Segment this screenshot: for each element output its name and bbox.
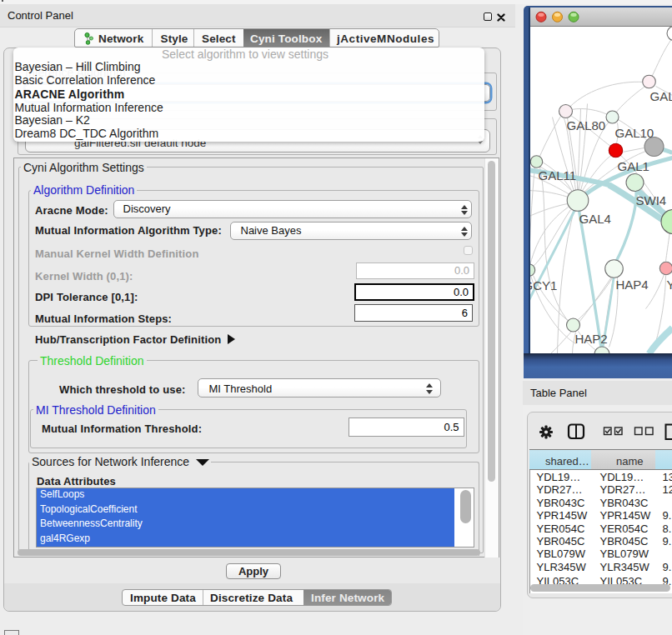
svg-text:SWI4: SWI4 (635, 192, 666, 207)
svg-text:GAL1: GAL1 (617, 158, 649, 172)
svg-text:GAL11: GAL11 (538, 168, 576, 182)
svg-text:GAL10: GAL10 (614, 125, 654, 139)
svg-text:HAP2: HAP2 (574, 331, 607, 345)
svg-text:GAL80: GAL80 (566, 118, 605, 132)
svg-text:GAL4: GAL4 (579, 211, 610, 225)
svg-text:GAL2: GAL2 (649, 88, 672, 102)
svg-text:HAP4: HAP4 (615, 277, 648, 291)
svg-text:YJ: YJ (666, 277, 672, 291)
svg-text:GCY1: GCY1 (530, 278, 557, 292)
